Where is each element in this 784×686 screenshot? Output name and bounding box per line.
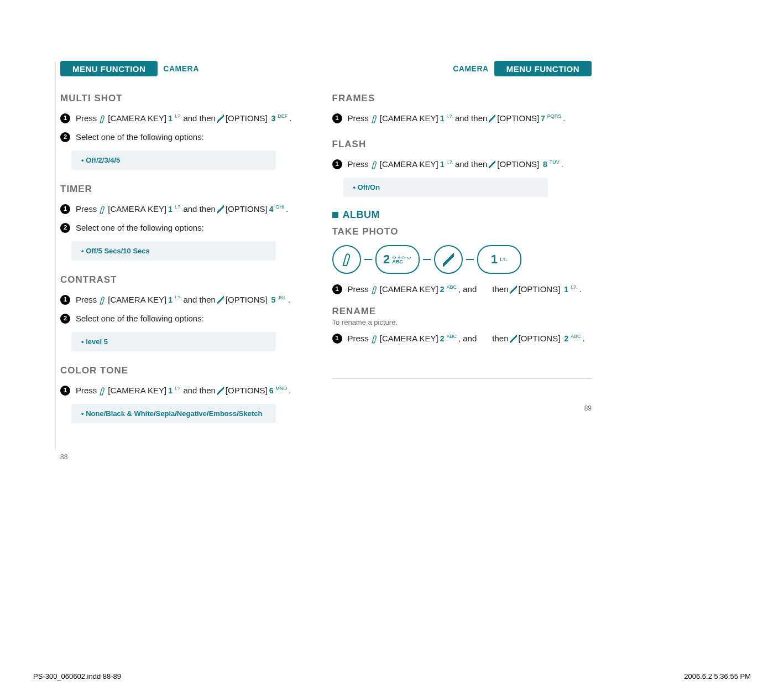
header-left: MENU FUNCTION CAMERA [60, 61, 320, 76]
colortone-options-box: None/Black & White/Sepia/Negative/Emboss… [71, 404, 276, 423]
page-number-right: 89 [584, 404, 592, 412]
bullet-1-icon: 1 [60, 295, 70, 305]
bullet-1-icon: 1 [60, 386, 70, 396]
options-icon [489, 114, 495, 123]
key-1: 1 !.?. [562, 283, 577, 295]
key-1: 1 !.?. [168, 384, 181, 397]
contrast-title: CONTRAST [60, 274, 320, 285]
key-6: 6 MNO [269, 384, 288, 397]
bullet-2-icon: 2 [60, 132, 70, 142]
bullet-2-icon: 2 [60, 223, 70, 233]
key-2: 2 ABC [562, 332, 581, 345]
camera-key-icon [370, 285, 378, 294]
dash-icon [466, 259, 474, 260]
bullet-1-icon: 1 [60, 113, 70, 123]
footer-indd: PS-300_060602.indd 88-89 [33, 672, 121, 680]
dash-icon [364, 259, 372, 260]
camera-key-icon [98, 114, 106, 123]
bullet-1-icon: 1 [332, 334, 342, 344]
options-icon [510, 285, 517, 294]
bullet-1-icon: 1 [332, 113, 342, 123]
page-number-left: 88 [60, 453, 67, 461]
options-icon [217, 114, 224, 123]
options-icon [510, 334, 517, 343]
page-89: CAMERA MENU FUNCTION FRAMES 1 Press [CAM… [332, 61, 592, 450]
key-1: 1 !.?. [168, 294, 181, 306]
flash-step-1: 1 Press [CAMERA KEY] 1 !.?. and then [OP… [332, 158, 592, 171]
multishot-options-box: Off/2/3/4/5 [71, 150, 276, 170]
rename-title: RENAME [332, 306, 592, 317]
multishot-title: MULTI SHOT [60, 93, 320, 104]
album-heading: ALBUM [332, 209, 592, 221]
slash-icon [443, 252, 454, 267]
camera-key-icon [98, 295, 106, 304]
footer: PS-300_060602.indd 88-89 2006.6.2 5:36:5… [33, 672, 751, 680]
key-1: 1 !.?. [168, 203, 181, 215]
dash-icon [423, 259, 431, 260]
footer-date: 2006.6.2 5:36:55 PM [684, 672, 751, 680]
colortone-step-1: 1 Press [CAMERA KEY] 1 !.?. and then [OP… [60, 384, 320, 397]
hotkey-1: 1 !.?. [477, 245, 521, 274]
camera-key-icon [370, 160, 378, 169]
key-5: 5 JKL [269, 294, 286, 306]
bullet-1-icon: 1 [60, 204, 70, 214]
bullet-2-icon: 2 [60, 314, 70, 324]
hotkey-2: 2 ب ت ة ثABC [375, 245, 420, 274]
multishot-step-1: 1 Press [CAMERA KEY] 1 !.?. and then [OP… [60, 112, 320, 125]
options-icon [489, 160, 495, 169]
menu-function-badge: MENU FUNCTION [60, 61, 158, 76]
bullet-1-icon: 1 [332, 159, 342, 169]
options-icon [217, 295, 224, 304]
multishot-step-2: 2 Select one of the following options: [60, 131, 320, 144]
key-2: 2 ABC [440, 283, 457, 295]
frames-title: FRAMES [332, 93, 592, 104]
camera-key-icon [98, 205, 106, 214]
key-3: 3 DEF [269, 112, 288, 124]
camera-key-icon [370, 334, 378, 343]
camera-key-icon [370, 114, 378, 123]
contrast-step-1: 1 Press [CAMERA KEY] 1 !.?. and then [OP… [60, 293, 320, 306]
timer-title: TIMER [60, 184, 320, 195]
options-icon [217, 205, 224, 214]
rename-step-1: 1 Press [CAMERA KEY] 2 ABC , and then [O… [332, 332, 592, 345]
square-bullet-icon [332, 212, 338, 218]
key-1: 1 !.?. [440, 158, 453, 170]
camera-key-icon [98, 386, 106, 395]
flash-title: FLASH [332, 139, 592, 150]
header-right: CAMERA MENU FUNCTION [332, 61, 592, 76]
page-88: MENU FUNCTION CAMERA MULTI SHOT 1 Press … [55, 61, 320, 450]
timer-options-box: Off/5 Secs/10 Secs [71, 241, 276, 261]
timer-step-1: 1 Press [CAMERA KEY] 1 !.?. and then [OP… [60, 202, 320, 216]
key-8: 8 TUV [541, 158, 560, 170]
contrast-options-box: level 5 [71, 332, 276, 351]
colortone-title: COLOR TONE [60, 365, 320, 376]
key-2: 2 ABC [440, 332, 457, 345]
rule [332, 378, 592, 379]
key-1: 1 !.?. [440, 112, 453, 124]
timer-step-2: 2 Select one of the following options: [60, 221, 320, 235]
camera-key-circle-icon [332, 245, 361, 274]
key-sequence-diagram: 2 ب ت ة ثABC 1 !.?. [332, 245, 592, 274]
contrast-step-2: 2 Select one of the following options: [60, 312, 320, 325]
album-step-1: 1 Press [CAMERA KEY] 2 ABC , and then [O… [332, 283, 592, 296]
options-circle-icon [434, 245, 463, 274]
key-1: 1 !.?. [168, 112, 181, 124]
camera-subtitle: CAMERA [453, 61, 488, 76]
key-4: 4 GHI [269, 203, 285, 215]
rename-desc: To rename a picture. [332, 318, 592, 326]
options-icon [217, 386, 224, 395]
key-7: 7 PQRS [541, 112, 561, 124]
flash-options-box: Off/On [343, 178, 548, 197]
camera-subtitle: CAMERA [163, 61, 198, 76]
bullet-1-icon: 1 [332, 284, 342, 294]
menu-function-badge: MENU FUNCTION [494, 61, 592, 76]
takephoto-title: TAKE PHOTO [332, 226, 592, 237]
frames-step-1: 1 Press [CAMERA KEY] 1 !.?. and then [OP… [332, 112, 592, 125]
